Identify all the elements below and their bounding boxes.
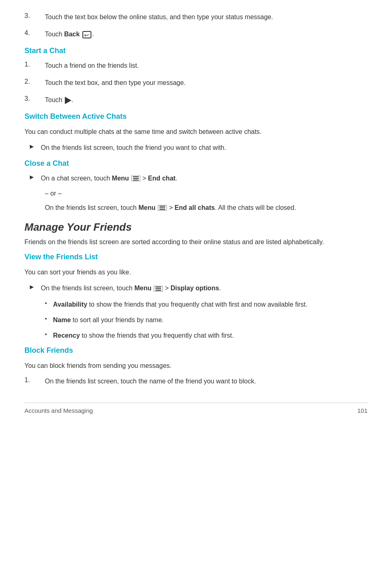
section-heading-view-friends: View the Friends List (24, 253, 368, 261)
sub-bullet-mark: ▪ (45, 315, 53, 322)
menu-icon (131, 176, 140, 181)
step-number: 3. (24, 12, 45, 20)
section-heading-close-chat: Close a Chat (24, 159, 368, 168)
sub-bullet-availability: ▪ Availability to show the friends that … (24, 300, 368, 309)
menu-line (133, 180, 139, 180)
or-follow-item: On the friends list screen, touch Menu >… (24, 203, 368, 213)
sub-bullet-mark: ▪ (45, 300, 53, 306)
page-number: 101 (357, 407, 368, 414)
step-text: Touch . (45, 95, 73, 105)
step-item: 3. Touch the text box below the online s… (24, 12, 368, 22)
menu-icon2 (158, 205, 167, 211)
bullet-text: On a chat screen, touch Menu > End chat. (41, 174, 177, 183)
menu-line (155, 288, 161, 289)
sub-bullet-mark: ▪ (45, 331, 53, 337)
step-item: 1. Touch a friend on the friends list. (24, 61, 368, 71)
manage-friends-section: Manage Your Friends Friends on the frien… (24, 221, 368, 247)
switch-chats-body: You can conduct multiple chats at the sa… (24, 127, 368, 137)
step-text: On the friends list screen, touch the na… (45, 376, 256, 386)
sub-bullet-recency: ▪ Recency to show the friends that you f… (24, 331, 368, 341)
manage-friends-body: Friends on the friends list screen are s… (24, 237, 368, 247)
block-friends-steps: 1. On the friends list screen, touch the… (24, 376, 368, 386)
bold-menu-label3: Menu (134, 285, 151, 292)
sub-bullet-text: Availability to show the friends that yo… (53, 300, 308, 309)
intro-steps: 3. Touch the text box below the online s… (24, 12, 368, 39)
bold-display-options-label: Display options (171, 285, 219, 292)
bold-end-all-chats-label: End all chats (175, 204, 215, 211)
step-number: 3. (24, 95, 45, 102)
bullet-text: On the friends list screen, touch the fr… (41, 143, 226, 153)
view-friends-list-section: View the Friends List You can sort your … (24, 253, 368, 341)
view-friends-body: You can sort your friends as you like. (24, 267, 368, 278)
or-follow-text: On the friends list screen, touch Menu >… (45, 204, 296, 211)
menu-icon3 (154, 286, 163, 292)
step-text: Touch the text box, and then type your m… (45, 78, 186, 88)
step-number: 1. (24, 61, 45, 68)
block-friends-section: Block Friends You can block friends from… (24, 346, 368, 387)
bullet-item: ► On a chat screen, touch Menu > End cha… (24, 174, 368, 183)
section-heading-switch-chats: Switch Between Active Chats (24, 112, 368, 121)
step-item: 3. Touch . (24, 95, 368, 105)
block-friends-body: You can block friends from sending you m… (24, 361, 368, 371)
menu-lines3 (155, 287, 161, 291)
start-a-chat-section: Start a Chat 1. Touch a friend on the fr… (24, 47, 368, 105)
bullet-arrow-icon: ► (24, 174, 41, 181)
step-item: 4. Touch Back . (24, 29, 368, 39)
bold-menu-label2: Menu (138, 204, 155, 211)
menu-lines2 (159, 206, 165, 210)
step-item: 2. Touch the text box, and then type you… (24, 78, 368, 88)
bold-availability-label: Availability (53, 301, 87, 308)
bold-menu-label: Menu (112, 175, 129, 182)
switch-chats-section: Switch Between Active Chats You can cond… (24, 112, 368, 153)
section-heading-manage-friends: Manage Your Friends (24, 221, 368, 234)
back-icon (82, 31, 91, 38)
section-heading-start-chat: Start a Chat (24, 47, 368, 55)
step-item: 1. On the friends list screen, touch the… (24, 376, 368, 386)
start-chat-steps: 1. Touch a friend on the friends list. 2… (24, 61, 368, 105)
menu-line (159, 206, 165, 207)
footer-left-text: Accounts and Messaging (24, 407, 93, 414)
or-line: – or – (45, 190, 368, 197)
menu-line (159, 209, 165, 210)
page-footer: Accounts and Messaging 101 (24, 403, 368, 414)
step-text: Touch Back . (45, 29, 94, 39)
menu-lines (133, 176, 139, 180)
bold-name-label: Name (53, 316, 71, 323)
bullet-item: ► On the friends list screen, touch the … (24, 143, 368, 153)
sub-bullet-name: ▪ Name to sort all your friends by name. (24, 315, 368, 325)
bold-text: Back (64, 31, 80, 38)
step-number: 2. (24, 78, 45, 85)
step-number: 1. (24, 376, 45, 384)
send-icon (65, 97, 71, 104)
bold-end-chat-label: End chat (148, 175, 176, 182)
step-text: Touch a friend on the friends list. (45, 61, 139, 71)
bullet-arrow-icon: ► (24, 143, 41, 150)
step-number: 4. (24, 29, 45, 37)
sub-bullet-text: Name to sort all your friends by name. (53, 315, 164, 325)
bullet-arrow-icon: ► (24, 283, 41, 291)
bullet-text: On the friends list screen, touch Menu >… (41, 283, 221, 293)
bullet-item: ► On the friends list screen, touch Menu… (24, 283, 368, 293)
menu-line (155, 287, 161, 287)
sub-bullet-text: Recency to show the friends that you fre… (53, 331, 234, 341)
bold-recency-label: Recency (53, 332, 80, 339)
close-chat-section: Close a Chat ► On a chat screen, touch M… (24, 159, 368, 213)
menu-line (133, 176, 139, 177)
section-heading-block-friends: Block Friends (24, 346, 368, 355)
menu-line (155, 290, 161, 291)
step-text: Touch the text box below the online stat… (45, 12, 273, 22)
menu-line (159, 207, 165, 208)
menu-line (133, 178, 139, 179)
